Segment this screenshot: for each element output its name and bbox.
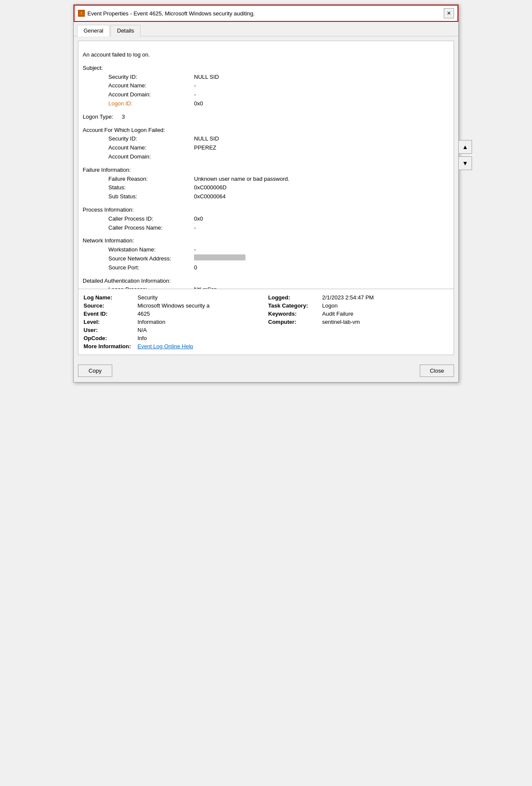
field-value: NULL SID (194, 73, 219, 82)
event-text-box[interactable]: An account failed to log on. Subject: Se… (78, 41, 454, 289)
field-value: 0xC000006D (194, 183, 227, 192)
nav-down-button[interactable]: ▼ (458, 156, 472, 170)
field-name: Logon ID: (108, 99, 194, 108)
field-row: Caller Process ID: 0x0 (83, 215, 449, 224)
field-row: Security ID: NULL SID (83, 73, 449, 82)
field-name: Failure Reason: (108, 175, 194, 184)
account-failed-section: Account For Which Logon Failed: Security… (83, 126, 449, 161)
metadata-right: Logged: 2/1/2023 2:54:47 PM Task Categor… (268, 293, 448, 350)
field-value: PPEREZ (194, 143, 216, 152)
field-name: Account Name: (108, 81, 194, 90)
window-title: Event Properties - Event 4625, Microsoft… (87, 10, 255, 17)
auth-info-heading: Detailed Authentication Information: (83, 277, 449, 286)
keywords-label: Keywords: (268, 311, 320, 317)
network-info-heading: Network Information: (83, 236, 449, 245)
network-info-section: Network Information: Workstation Name: -… (83, 236, 449, 272)
tab-general[interactable]: General (77, 25, 110, 36)
tab-details[interactable]: Details (111, 25, 140, 36)
log-name-value: Security (137, 294, 158, 301)
field-row: Security ID: NULL SID (83, 134, 449, 143)
field-name: Security ID: (108, 73, 194, 82)
field-name: Source Network Address: (108, 254, 194, 263)
field-name: Status: (108, 183, 194, 192)
computer-label: Computer: (268, 319, 320, 325)
event-id-label: Event ID: (84, 311, 135, 317)
logon-type-heading: Logon Type: (83, 113, 113, 122)
field-value: - (194, 245, 196, 254)
field-name: Source Port: (108, 263, 194, 272)
field-row: Workstation Name: - (83, 245, 449, 254)
field-value: 0x0 (194, 215, 203, 224)
field-value: 0xC0000064 (194, 192, 226, 201)
logged-label: Logged: (268, 294, 320, 301)
failure-info-heading: Failure Information: (83, 166, 449, 175)
opcode-value: Info (137, 335, 147, 341)
metadata-left: Log Name: Security Source: Microsoft Win… (84, 293, 264, 350)
opcode-row: OpCode: Info (84, 334, 264, 342)
subject-section: Subject: Security ID: NULL SID Account N… (83, 64, 449, 108)
level-row: Level: Information (84, 318, 264, 326)
field-row: Failure Reason: Unknown user name or bad… (83, 175, 449, 184)
field-name: Account Domain: (108, 152, 194, 161)
user-label: User: (84, 327, 135, 333)
field-name: Logon Process: (108, 285, 194, 289)
field-row: Account Name: - (83, 81, 449, 90)
level-value: Information (137, 319, 165, 325)
copy-button[interactable]: Copy (78, 365, 112, 377)
field-name: Caller Process ID: (108, 215, 194, 224)
redacted-value (194, 254, 245, 260)
process-info-heading: Process Information: (83, 206, 449, 215)
source-value: Microsoft Windows security a (137, 302, 209, 309)
field-row: Account Name: PPEREZ (83, 143, 449, 152)
log-name-label: Log Name: (84, 294, 135, 301)
close-button[interactable]: Close (420, 365, 454, 377)
user-row: User: N/A (84, 326, 264, 334)
account-failed-heading: Account For Which Logon Failed: (83, 126, 449, 135)
field-name: Caller Process Name: (108, 224, 194, 233)
source-label: Source: (84, 302, 135, 309)
field-name: Workstation Name: (108, 245, 194, 254)
field-name: Account Domain: (108, 90, 194, 99)
field-row: Status: 0xC000006D (83, 183, 449, 192)
failure-info-section: Failure Information: Failure Reason: Unk… (83, 166, 449, 201)
field-name: Account Name: (108, 143, 194, 152)
text-box-wrapper: An account failed to log on. Subject: Se… (78, 41, 454, 289)
auth-info-section: Detailed Authentication Information: Log… (83, 277, 449, 289)
close-window-button[interactable]: ✕ (444, 8, 454, 18)
main-content: An account failed to log on. Subject: Se… (74, 36, 458, 359)
field-value: - (194, 224, 196, 233)
computer-value: sentinel-lab-vm (322, 319, 360, 325)
event-id-value: 4625 (137, 311, 150, 317)
field-value: - (194, 81, 196, 90)
logon-type-value: 3 (122, 113, 125, 122)
tab-bar: General Details (74, 22, 458, 36)
more-info-row: More Information: Event Log Online Help (84, 342, 264, 350)
nav-up-button[interactable]: ▲ (458, 140, 472, 154)
field-row: Account Domain: (83, 152, 449, 161)
more-info-link[interactable]: Event Log Online Help (137, 343, 193, 350)
user-value: N/A (137, 327, 147, 333)
field-row: Caller Process Name: - (83, 224, 449, 233)
app-icon: ! (78, 10, 85, 17)
field-row: Sub Status: 0xC0000064 (83, 192, 449, 201)
field-row: Logon ID: 0x0 (83, 99, 449, 108)
bottom-bar: Copy Close (74, 359, 458, 382)
event-id-row: Event ID: 4625 (84, 310, 264, 318)
field-value: NULL SID (194, 134, 219, 143)
svg-text:!: ! (81, 11, 82, 15)
level-label: Level: (84, 319, 135, 325)
field-name: Sub Status: (108, 192, 194, 201)
field-row: Source Network Address: (83, 254, 449, 263)
title-bar: ! Event Properties - Event 4625, Microso… (74, 5, 458, 22)
field-row: Account Domain: - (83, 90, 449, 99)
event-properties-window: ! Event Properties - Event 4625, Microso… (73, 4, 459, 383)
field-value: 0x0 (194, 99, 203, 108)
process-info-section: Process Information: Caller Process ID: … (83, 206, 449, 232)
intro-text: An account failed to log on. (83, 51, 449, 60)
computer-row: Computer: sentinel-lab-vm (268, 318, 448, 326)
log-name-row: Log Name: Security (84, 293, 264, 302)
field-row: Logon Process: NtLmSsp (83, 285, 449, 289)
field-row: Source Port: 0 (83, 263, 449, 272)
logged-row: Logged: 2/1/2023 2:54:47 PM (268, 293, 448, 302)
opcode-label: OpCode: (84, 335, 135, 341)
